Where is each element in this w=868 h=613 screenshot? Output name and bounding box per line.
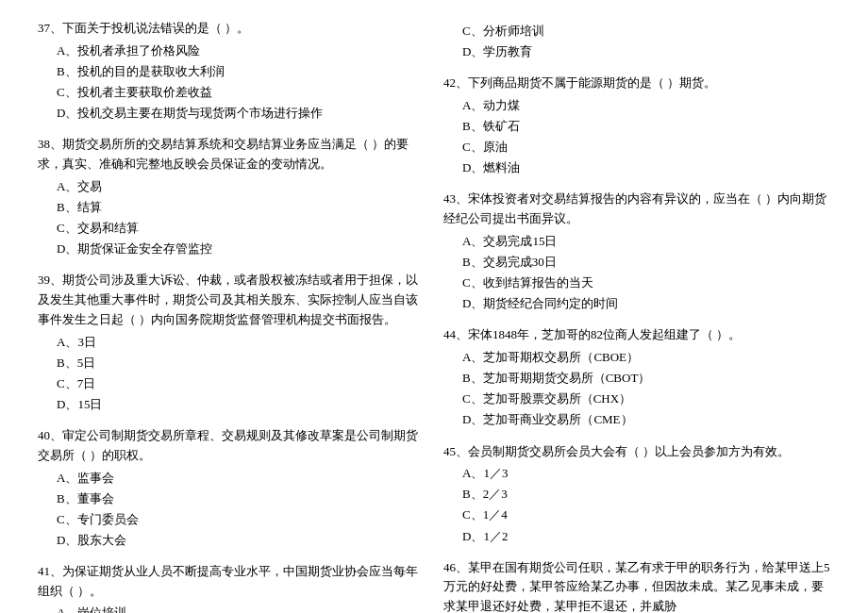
option: A、3日 <box>57 332 425 353</box>
question-42: 42、下列商品期货不属于能源期货的是（ ）期货。 A、动力煤 B、铁矿石 C、原… <box>443 74 830 178</box>
option: B、5日 <box>57 353 425 373</box>
option: B、交易完成30日 <box>462 252 830 273</box>
q42-title: 42、下列商品期货不属于能源期货的是（ ）期货。 <box>443 74 830 93</box>
q37-options: A、投机者承担了价格风险 B、投机的目的是获取收大利润 C、投机者主要获取价差收… <box>38 41 425 124</box>
q39-title: 39、期货公司涉及重大诉讼、仲裁，或者股权被冻结或者用于担保，以及发生其他重大事… <box>38 271 425 329</box>
q38-options: A、交易 B、结算 C、交易和结算 D、期货保证金安全存管监控 <box>38 176 425 259</box>
option: A、投机者承担了价格风险 <box>57 41 425 61</box>
q41-title: 41、为保证期货从业人员不断提高专业水平，中国期货业协会应当每年组织（ ）。 <box>38 562 425 602</box>
option: D、芝加哥商业交易所（CME） <box>462 409 830 430</box>
option: A、1／3 <box>462 463 830 484</box>
option: A、交易完成15日 <box>462 231 830 252</box>
option: C、1／4 <box>462 505 830 525</box>
option: C、收到结算报告的当天 <box>462 273 830 293</box>
page-content: 37、下面关于投机说法错误的是（ ）。 A、投机者承担了价格风险 B、投机的目的… <box>38 19 830 613</box>
question-41: 41、为保证期货从业人员不断提高专业水平，中国期货业协会应当每年组织（ ）。 A… <box>38 562 425 613</box>
q40-title: 40、审定公司制期货交易所章程、交易规则及其修改草案是公司制期货交易所（ ）的职… <box>38 426 425 466</box>
q41-options: A、岗位培训 B、后续职业培训 <box>38 603 425 613</box>
option: C、分析师培训 <box>462 21 830 41</box>
option: A、交易 <box>57 176 425 197</box>
option: D、1／2 <box>462 526 830 547</box>
option: D、期货保证金安全存管监控 <box>57 239 425 259</box>
q43-title: 43、宋体投资者对交易结算报告的内容有异议的，应当在（ ）内向期货经纪公司提出书… <box>443 190 830 229</box>
option: B、董事会 <box>57 489 425 509</box>
q46-title: 46、某甲在国有期货公司任职，某乙有求于甲的职务行为，给某甲送上5万元的好处费，… <box>443 558 830 613</box>
option: D、15日 <box>57 394 425 415</box>
q45-options: A、1／3 B、2／3 C、1／4 D、1／2 <box>443 463 830 546</box>
q43-options: A、交易完成15日 B、交易完成30日 C、收到结算报告的当天 D、期货经纪合同… <box>443 231 830 314</box>
q44-title: 44、宋体1848年，芝加哥的82位商人发起组建了（ ）。 <box>443 325 830 345</box>
option: B、投机的目的是获取收大利润 <box>57 61 425 82</box>
q38-title: 38、期货交易所所的交易结算系统和交易结算业务应当满足（ ）的要求，真实、准确和… <box>38 135 425 174</box>
option: D、学历教育 <box>462 41 830 62</box>
option: D、期货经纪合同约定的时间 <box>462 293 830 314</box>
q40-options: A、监事会 B、董事会 C、专门委员会 D、股东大会 <box>38 468 425 551</box>
option: C、芝加哥股票交易所（CHX） <box>462 389 830 409</box>
q45-title: 45、会员制期货交易所会员大会有（ ）以上会员参加方为有效。 <box>443 442 830 462</box>
option: A、芝加哥期权交易所（CBOE） <box>462 347 830 368</box>
option: B、结算 <box>57 197 425 218</box>
option: A、动力煤 <box>462 95 830 116</box>
question-41-cont: C、分析师培训 D、学历教育 <box>443 19 830 62</box>
option: C、交易和结算 <box>57 218 425 239</box>
question-38: 38、期货交易所所的交易结算系统和交易结算业务应当满足（ ）的要求，真实、准确和… <box>38 135 425 259</box>
q37-title: 37、下面关于投机说法错误的是（ ）。 <box>38 19 425 39</box>
question-37: 37、下面关于投机说法错误的是（ ）。 A、投机者承担了价格风险 B、投机的目的… <box>38 19 425 124</box>
option: C、7日 <box>57 373 425 394</box>
q41-cont-options: C、分析师培训 D、学历教育 <box>443 21 830 62</box>
question-43: 43、宋体投资者对交易结算报告的内容有异议的，应当在（ ）内向期货经纪公司提出书… <box>443 190 830 314</box>
option: D、股东大会 <box>57 530 425 551</box>
option: B、2／3 <box>462 484 830 505</box>
question-39: 39、期货公司涉及重大诉讼、仲裁，或者股权被冻结或者用于担保，以及发生其他重大事… <box>38 271 425 415</box>
q44-options: A、芝加哥期权交易所（CBOE） B、芝加哥期期货交易所（CBOT） C、芝加哥… <box>443 347 830 430</box>
option: B、芝加哥期期货交易所（CBOT） <box>462 368 830 389</box>
right-column: C、分析师培训 D、学历教育 42、下列商品期货不属于能源期货的是（ ）期货。 … <box>443 19 830 613</box>
option: A、监事会 <box>57 468 425 489</box>
question-40: 40、审定公司制期货交易所章程、交易规则及其修改草案是公司制期货交易所（ ）的职… <box>38 426 425 551</box>
question-46: 46、某甲在国有期货公司任职，某乙有求于甲的职务行为，给某甲送上5万元的好处费，… <box>443 558 830 613</box>
q39-options: A、3日 B、5日 C、7日 D、15日 <box>38 332 425 415</box>
option: C、原油 <box>462 137 830 157</box>
option: C、专门委员会 <box>57 509 425 530</box>
question-45: 45、会员制期货交易所会员大会有（ ）以上会员参加方为有效。 A、1／3 B、2… <box>443 442 830 547</box>
left-column: 37、下面关于投机说法错误的是（ ）。 A、投机者承担了价格风险 B、投机的目的… <box>38 19 425 613</box>
option: A、岗位培训 <box>57 603 425 613</box>
option: B、铁矿石 <box>462 116 830 137</box>
option: D、燃料油 <box>462 157 830 178</box>
q42-options: A、动力煤 B、铁矿石 C、原油 D、燃料油 <box>443 95 830 178</box>
option: D、投机交易主要在期货与现货两个市场进行操作 <box>57 103 425 124</box>
question-44: 44、宋体1848年，芝加哥的82位商人发起组建了（ ）。 A、芝加哥期权交易所… <box>443 325 830 430</box>
option: C、投机者主要获取价差收益 <box>57 82 425 103</box>
